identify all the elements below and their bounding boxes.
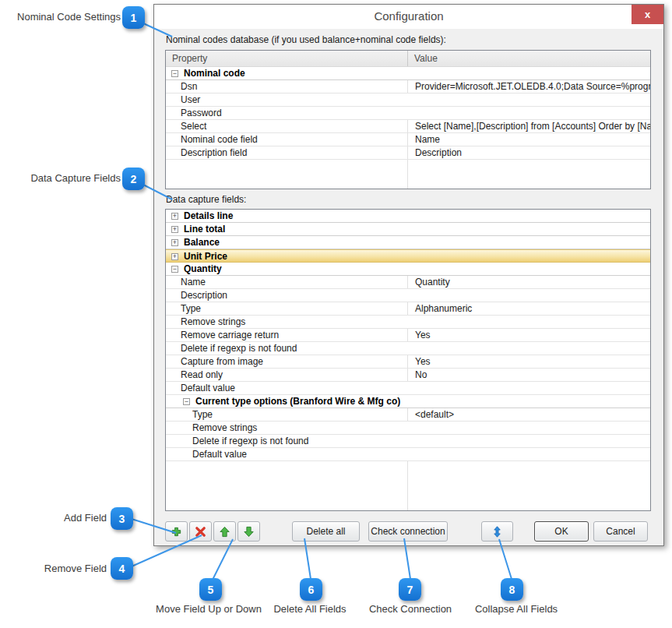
group-row-unit-price-selected[interactable]: +Unit Price bbox=[166, 249, 650, 263]
group-row-balance[interactable]: +Balance bbox=[166, 236, 650, 249]
property-name: Capture from image bbox=[166, 355, 406, 368]
group-row-nominal-code[interactable]: −Nominal code bbox=[166, 67, 650, 80]
expand-toggle-icon[interactable]: + bbox=[171, 239, 178, 246]
move-field-down-button[interactable] bbox=[237, 521, 260, 542]
add-field-button[interactable] bbox=[165, 521, 188, 542]
delete-all-button[interactable]: Delete all bbox=[292, 521, 360, 542]
property-name: Type bbox=[166, 408, 406, 421]
property-row-remove-carriage-return[interactable]: Remove carriage return Yes bbox=[166, 329, 650, 342]
property-name: Default value bbox=[166, 448, 406, 460]
close-button[interactable]: x bbox=[632, 5, 663, 24]
property-row-user[interactable]: User bbox=[166, 93, 650, 107]
property-row-read-only[interactable]: Read only No bbox=[166, 369, 650, 382]
callout-label-collapse-all-fields: Collapse All Fields bbox=[464, 603, 568, 615]
nominal-codes-grid: Property Value −Nominal code Dsn Provide… bbox=[165, 50, 651, 189]
collapse-toggle-icon[interactable]: − bbox=[171, 70, 178, 77]
delete-all-label: Delete all bbox=[306, 526, 345, 537]
callout-balloon-4: 4 bbox=[111, 557, 133, 580]
callout-balloon-1: 1 bbox=[122, 6, 145, 29]
callout-label-delete-all-fields: Delete All Fields bbox=[263, 603, 357, 615]
blue-double-arrow-icon bbox=[491, 526, 503, 538]
property-value[interactable]: Name bbox=[407, 133, 650, 146]
property-value[interactable]: Yes bbox=[407, 329, 650, 341]
group-row-details-line[interactable]: +Details line bbox=[166, 210, 650, 223]
property-row-name[interactable]: Name Quantity bbox=[166, 276, 650, 289]
title-bar[interactable]: Configuration x bbox=[154, 5, 663, 29]
property-name: Remove strings bbox=[166, 316, 406, 328]
property-row-sub-default-value[interactable]: Default value bbox=[166, 448, 650, 461]
property-row-description[interactable]: Description bbox=[166, 289, 650, 302]
property-row-password[interactable]: Password bbox=[166, 107, 650, 120]
property-row-dsn[interactable]: Dsn Provider=Microsoft.JET.OLEDB.4.0;Dat… bbox=[166, 80, 650, 93]
property-value[interactable]: Provider=Microsoft.JET.OLEDB.4.0;Data So… bbox=[407, 80, 650, 93]
expand-toggle-icon[interactable]: + bbox=[171, 226, 178, 233]
property-name: Nominal code field bbox=[166, 133, 406, 146]
callout-label-check-connection: Check Connection bbox=[364, 603, 457, 615]
grid-column-divider bbox=[407, 461, 408, 510]
callout-balloon-2: 2 bbox=[122, 168, 145, 190]
property-value[interactable]: Quantity bbox=[407, 276, 650, 288]
ok-label: OK bbox=[554, 526, 568, 537]
property-value[interactable]: Description bbox=[407, 146, 650, 159]
group-label: Quantity bbox=[184, 263, 222, 274]
grid-header: Property Value bbox=[166, 51, 650, 67]
property-row-sub-delete-if-regexp[interactable]: Delete if regexp is not found bbox=[166, 435, 650, 448]
property-value[interactable]: Select [Name],[Description] from [Accoun… bbox=[407, 120, 650, 132]
property-value[interactable]: Yes bbox=[407, 355, 650, 368]
callout-label-remove-field: Remove Field bbox=[0, 563, 107, 574]
callout-label-move-field: Move Field Up or Down bbox=[156, 603, 262, 615]
callout-label-add-field: Add Field bbox=[0, 512, 107, 524]
group-row-quantity[interactable]: −Quantity bbox=[166, 263, 650, 276]
group-row-line-total[interactable]: +Line total bbox=[166, 223, 650, 236]
data-capture-grid: +Details line +Line total +Balance +Unit… bbox=[165, 209, 651, 511]
move-field-up-button[interactable] bbox=[213, 521, 236, 542]
help-page: Nominal Code Settings Data Capture Field… bbox=[0, 0, 672, 628]
property-row-nominal-code-field[interactable]: Nominal code field Name bbox=[166, 133, 650, 146]
property-name: User bbox=[166, 93, 406, 106]
check-connection-button[interactable]: Check connection bbox=[368, 521, 448, 542]
dialog-title: Configuration bbox=[154, 5, 663, 28]
group-label: Nominal code bbox=[184, 68, 245, 79]
group-label: Details line bbox=[184, 210, 233, 221]
callout-balloon-3: 3 bbox=[111, 507, 133, 530]
callout-label-nominal-code-settings: Nominal Code Settings bbox=[0, 11, 121, 23]
configuration-dialog: Configuration x Nominal codes database (… bbox=[153, 4, 664, 546]
property-row-default-value[interactable]: Default value bbox=[166, 382, 650, 395]
property-value[interactable]: Alphanumeric bbox=[407, 302, 650, 315]
callout-label-data-capture-fields: Data Capture Fields bbox=[0, 172, 121, 184]
property-row-delete-if-regexp[interactable]: Delete if regexp is not found bbox=[166, 342, 650, 355]
group-label: Line total bbox=[184, 224, 225, 235]
property-name: Name bbox=[166, 276, 406, 288]
grid-column-divider bbox=[407, 160, 408, 189]
property-row-select[interactable]: Select Select [Name],[Description] from … bbox=[166, 120, 650, 133]
property-name: Delete if regexp is not found bbox=[166, 342, 406, 355]
expand-toggle-icon[interactable]: + bbox=[171, 213, 178, 220]
property-row-description-field[interactable]: Description field Description bbox=[166, 146, 650, 160]
property-row-remove-strings[interactable]: Remove strings bbox=[166, 316, 650, 329]
group-label: Unit Price bbox=[184, 251, 227, 262]
property-value[interactable]: No bbox=[407, 369, 650, 381]
collapse-all-button[interactable] bbox=[481, 521, 513, 542]
callout-balloon-6: 6 bbox=[300, 578, 322, 601]
property-name: Type bbox=[166, 302, 406, 315]
expand-toggle-icon[interactable]: + bbox=[171, 253, 178, 260]
close-icon: x bbox=[645, 9, 650, 20]
property-row-sub-type[interactable]: Type <default> bbox=[166, 408, 650, 422]
property-row-capture-from-image[interactable]: Capture from image Yes bbox=[166, 355, 650, 369]
property-value[interactable]: <default> bbox=[407, 408, 650, 421]
property-name: Delete if regexp is not found bbox=[166, 435, 406, 447]
cancel-label: Cancel bbox=[606, 526, 635, 537]
collapse-toggle-icon[interactable]: − bbox=[183, 398, 190, 405]
column-header-property[interactable]: Property bbox=[172, 51, 207, 66]
property-row-sub-remove-strings[interactable]: Remove strings bbox=[166, 422, 650, 435]
collapse-toggle-icon[interactable]: − bbox=[171, 266, 178, 273]
cancel-button[interactable]: Cancel bbox=[593, 521, 648, 542]
ok-button[interactable]: OK bbox=[534, 521, 589, 542]
property-name: Password bbox=[166, 107, 406, 119]
remove-field-button[interactable] bbox=[189, 521, 212, 542]
property-name: Remove carriage return bbox=[166, 329, 406, 341]
column-header-value[interactable]: Value bbox=[414, 51, 438, 66]
subgroup-row-current-type-options[interactable]: −Current type options (Branford Wire & M… bbox=[166, 395, 650, 408]
header-column-divider bbox=[407, 51, 408, 66]
property-row-type[interactable]: Type Alphanumeric bbox=[166, 302, 650, 316]
